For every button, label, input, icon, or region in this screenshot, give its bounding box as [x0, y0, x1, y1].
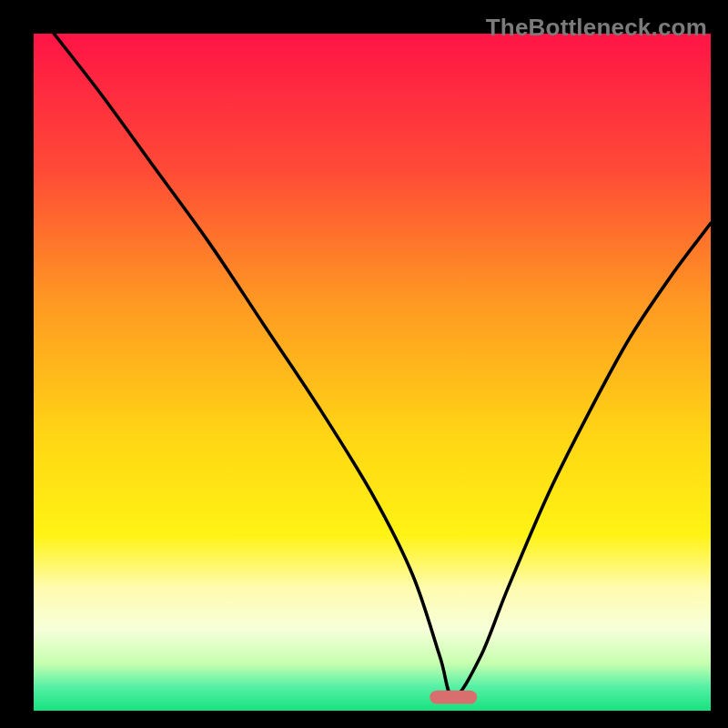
- chart-plot-area: [34, 34, 711, 711]
- chart-svg: [34, 34, 711, 711]
- watermark-text: TheBottleneck.com: [486, 14, 707, 42]
- outer-frame: TheBottleneck.com: [8, 8, 720, 720]
- chart-marker: [430, 691, 477, 704]
